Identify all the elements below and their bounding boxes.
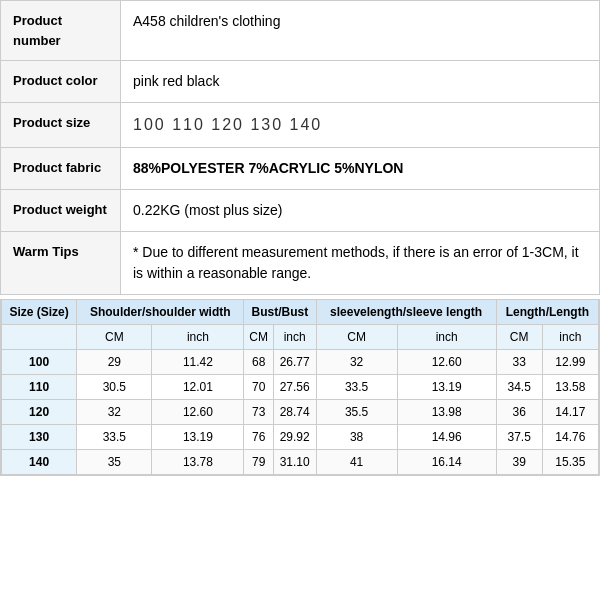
size-sub-header: inch	[542, 325, 598, 350]
size-sub-header	[2, 325, 77, 350]
size-row-value: 28.74	[273, 400, 316, 425]
size-row-value: 12.60	[152, 400, 244, 425]
size-row-value: 41	[316, 450, 397, 475]
size-row-label: 110	[2, 375, 77, 400]
size-row-value: 36	[496, 400, 542, 425]
size-row-value: 35	[77, 450, 152, 475]
size-row-value: 35.5	[316, 400, 397, 425]
size-sub-header: inch	[273, 325, 316, 350]
size-row-value: 68	[244, 350, 274, 375]
size-header-group: Length/Length	[496, 300, 598, 325]
info-label: Warm Tips	[1, 232, 121, 295]
size-row-value: 11.42	[152, 350, 244, 375]
size-row-value: 13.78	[152, 450, 244, 475]
size-row-value: 29	[77, 350, 152, 375]
size-row-value: 73	[244, 400, 274, 425]
size-row-value: 27.56	[273, 375, 316, 400]
size-row-value: 33.5	[316, 375, 397, 400]
size-row-value: 14.96	[397, 425, 496, 450]
size-row-value: 15.35	[542, 450, 598, 475]
size-row-value: 34.5	[496, 375, 542, 400]
info-label: Product color	[1, 61, 121, 103]
info-value: pink red black	[121, 61, 600, 103]
size-row-value: 37.5	[496, 425, 542, 450]
size-row-value: 13.58	[542, 375, 598, 400]
info-label: Product size	[1, 103, 121, 148]
size-row-label: 130	[2, 425, 77, 450]
info-value: 88%POLYESTER 7%ACRYLIC 5%NYLON	[121, 148, 600, 190]
info-value: A458 children's clothing	[121, 1, 600, 61]
info-value: 0.22KG (most plus size)	[121, 190, 600, 232]
info-label: Product fabric	[1, 148, 121, 190]
size-row-value: 33	[496, 350, 542, 375]
size-row-value: 39	[496, 450, 542, 475]
size-row-value: 14.76	[542, 425, 598, 450]
info-label: Product weight	[1, 190, 121, 232]
size-row-value: 33.5	[77, 425, 152, 450]
size-header-group: Shoulder/shoulder width	[77, 300, 244, 325]
size-row-value: 13.19	[397, 375, 496, 400]
size-row-value: 32	[77, 400, 152, 425]
size-row-value: 38	[316, 425, 397, 450]
size-row-value: 32	[316, 350, 397, 375]
size-sub-header: CM	[77, 325, 152, 350]
size-row-value: 31.10	[273, 450, 316, 475]
size-row-value: 13.19	[152, 425, 244, 450]
size-sub-header: CM	[496, 325, 542, 350]
size-header-group: Size (Size)	[2, 300, 77, 325]
size-row-value: 79	[244, 450, 274, 475]
size-row-value: 70	[244, 375, 274, 400]
size-row-value: 12.60	[397, 350, 496, 375]
size-sub-header: inch	[152, 325, 244, 350]
size-row-label: 120	[2, 400, 77, 425]
size-row-label: 100	[2, 350, 77, 375]
size-sub-header: CM	[316, 325, 397, 350]
info-value: 100 110 120 130 140	[121, 103, 600, 148]
size-header-group: Bust/Bust	[244, 300, 316, 325]
size-sub-header: CM	[244, 325, 274, 350]
info-label: Product number	[1, 1, 121, 61]
product-info-table: Product numberA458 children's clothingPr…	[0, 0, 600, 295]
size-row-value: 12.01	[152, 375, 244, 400]
size-row-value: 14.17	[542, 400, 598, 425]
info-value: * Due to different measurement methods, …	[121, 232, 600, 295]
size-row-value: 13.98	[397, 400, 496, 425]
size-row-value: 12.99	[542, 350, 598, 375]
size-measurement-table: Size (Size)Shoulder/shoulder widthBust/B…	[1, 299, 599, 475]
size-row-value: 26.77	[273, 350, 316, 375]
size-row-value: 29.92	[273, 425, 316, 450]
size-row-value: 76	[244, 425, 274, 450]
size-table-section: Size (Size)Shoulder/shoulder widthBust/B…	[0, 299, 600, 476]
size-row-label: 140	[2, 450, 77, 475]
size-row-value: 30.5	[77, 375, 152, 400]
size-row-value: 16.14	[397, 450, 496, 475]
size-header-group: sleevelength/sleeve length	[316, 300, 496, 325]
size-sub-header: inch	[397, 325, 496, 350]
